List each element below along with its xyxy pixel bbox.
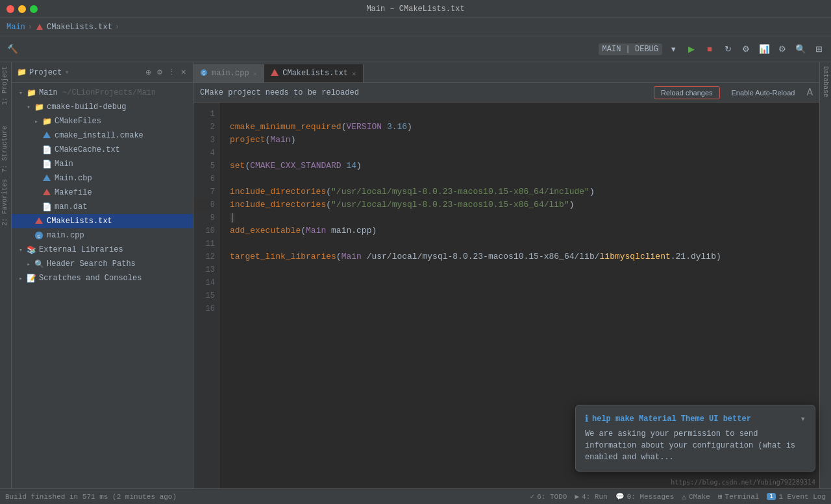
tab-bar: C main.cpp ✕ CMakeLists.txt ✕ — [193, 62, 819, 83]
tree-item-main-exe[interactable]: ▸ 📄 Main — [12, 157, 193, 171]
cmakecache-icon: 📄 — [42, 145, 52, 155]
maximize-btn[interactable] — [30, 5, 38, 13]
cmakefiles-folder-icon: 📁 — [42, 116, 52, 126]
toolbar-left: 🔨 — [5, 42, 19, 56]
status-todo[interactable]: ✓ 6: TODO — [530, 492, 567, 501]
cmakelists-icon — [34, 216, 44, 226]
close-cmakelists-tab[interactable]: ✕ — [352, 69, 356, 78]
cmake-tab-icon — [271, 69, 279, 78]
sidebar: 📁 Project ▾ ⊕ ⚙ ⋮ ✕ ▾ 📁 Main ~/CLionProj… — [12, 62, 193, 488]
dat-icon: 📄 — [42, 202, 52, 212]
search-everywhere-icon[interactable]: 🔍 — [793, 42, 808, 56]
tree-item-makefile[interactable]: ▸ Makefile — [12, 186, 193, 200]
tree-item-external-libraries[interactable]: ▾ 📚 External Libraries — [12, 243, 193, 257]
cbp-icon — [42, 173, 52, 184]
tree-item-main[interactable]: ▾ 📁 Main ~/CLionProjects/Main — [12, 86, 193, 100]
reload-changes-button[interactable]: Reload changes — [654, 86, 720, 99]
popup-close-btn[interactable]: ▾ — [800, 413, 806, 424]
left-side-strip: 1: Project 7: Structure 2: Favorites — [0, 62, 12, 488]
info-icon: ℹ — [585, 413, 588, 424]
tree-item-header-search-paths[interactable]: ▸ 🔍 Header Search Paths — [12, 257, 193, 271]
tree-item-cmakecache[interactable]: ▸ 📄 CMakeCache.txt — [12, 143, 193, 157]
svg-marker-0 — [36, 24, 43, 30]
settings-btn[interactable]: ⚙ — [155, 67, 164, 78]
hammer-icon[interactable]: 🔨 — [5, 42, 19, 56]
popup-body: We are asking your permission to send in… — [585, 428, 806, 463]
watermark: https://blog.csdn.net/Yubing792289314 — [671, 479, 815, 486]
status-messages[interactable]: 💬 0: Messages — [615, 492, 675, 501]
status-build: Build finished in 571 ms (2 minutes ago) — [5, 493, 177, 501]
sidebar-actions: ⊕ ⚙ ⋮ ✕ — [144, 67, 188, 78]
config-dropdown-btn[interactable]: ▾ — [666, 42, 680, 56]
file-tree: ▾ 📁 Main ~/CLionProjects/Main ▾ 📁 cmake-… — [12, 83, 193, 488]
notification-text: CMake project needs to be reloaded — [200, 88, 649, 97]
svg-text:C: C — [203, 71, 205, 76]
exe-icon: 📄 — [42, 159, 52, 169]
tree-item-scratches[interactable]: ▸ 📝 Scratches and Consoles — [12, 271, 193, 285]
enable-auto-reload-button[interactable]: Enable Auto-Reload — [725, 87, 802, 99]
cmake-build-folder-icon: 📁 — [34, 102, 44, 112]
profiler-icon[interactable]: 📊 — [757, 42, 771, 56]
minimize-btn[interactable] — [18, 5, 26, 13]
breadcrumb-item-file[interactable]: CMakeLists.txt — [47, 23, 112, 32]
svg-marker-9 — [271, 69, 279, 76]
tree-item-cmake-build-debug[interactable]: ▾ 📁 cmake-build-debug — [12, 100, 193, 114]
database-tab[interactable]: Database — [821, 62, 830, 101]
build-status-text: Build finished in 571 ms (2 minutes ago) — [5, 493, 177, 501]
titlebar: Main – CMakeLists.txt — [0, 0, 831, 18]
traffic-lights — [6, 5, 38, 13]
tab-cmakelists[interactable]: CMakeLists.txt ✕ — [264, 64, 363, 82]
sidebar-header: 📁 Project ▾ ⊕ ⚙ ⋮ ✕ — [12, 62, 193, 83]
tree-item-man-dat[interactable]: ▸ 📄 man.dat — [12, 200, 193, 214]
tree-item-cmakelists[interactable]: ▸ CMakeLists.txt — [12, 214, 193, 228]
svg-marker-3 — [43, 189, 51, 195]
cmake-status-icon: △ — [682, 492, 686, 501]
svg-text:C: C — [38, 234, 41, 239]
material-theme-popup: ℹ help make Material Theme UI better ▾ W… — [575, 405, 815, 472]
tree-item-main-cbp[interactable]: ▸ Main.cbp — [12, 171, 193, 186]
stop-button[interactable]: ■ — [702, 42, 717, 56]
reload-icon[interactable]: ↻ — [721, 42, 735, 56]
tree-item-cmakefiles[interactable]: ▸ 📁 CMakeFiles — [12, 114, 193, 128]
ai-icon[interactable]: A — [806, 87, 813, 99]
event-log-badge: 1 — [767, 493, 776, 500]
sidebar-title: 📁 Project ▾ — [17, 67, 69, 77]
status-right: ✓ 6: TODO ▶ 4: Run 💬 0: Messages △ CMake… — [530, 492, 826, 501]
run-button[interactable]: ▶ — [684, 42, 699, 56]
close-sidebar-btn[interactable]: ✕ — [179, 67, 188, 78]
close-btn[interactable] — [6, 5, 14, 13]
status-terminal[interactable]: ⊞ Terminal — [718, 492, 759, 501]
cpp-icon: C — [34, 230, 44, 241]
favorites-tab[interactable]: 2: Favorites — [0, 176, 11, 228]
build-icon[interactable]: ⚙ — [739, 42, 753, 56]
popup-title: help make Material Theme UI better — [592, 414, 751, 424]
checkmark-icon: ✓ — [530, 492, 535, 501]
terminal-icon[interactable]: ⊞ — [812, 42, 826, 56]
run-config-label: MAIN | DEBUG — [599, 43, 662, 55]
window-title: Main – CMakeLists.txt — [366, 5, 464, 14]
breadcrumb: Main › CMakeLists.txt › — [0, 18, 831, 36]
status-run[interactable]: ▶ 4: Run — [575, 492, 607, 501]
status-event-log[interactable]: 1 1 Event Log — [767, 493, 826, 501]
toolbar-right: MAIN | DEBUG ▾ ▶ ■ ↻ ⚙ 📊 ⚙ 🔍 ⊞ — [599, 42, 826, 56]
toolbar: 🔨 MAIN | DEBUG ▾ ▶ ■ ↻ ⚙ 📊 ⚙ 🔍 ⊞ — [0, 36, 831, 62]
tree-item-main-cpp[interactable]: ▸ C main.cpp — [12, 228, 193, 243]
close-main-cpp-tab[interactable]: ✕ — [253, 69, 258, 78]
terminal-status-icon: ⊞ — [718, 492, 723, 501]
line-numbers: 1 2 3 4 5 6 7 8 9 10 11 12 13 14 15 16 — [193, 102, 219, 488]
status-cmake[interactable]: △ CMake — [682, 492, 710, 501]
breadcrumb-item-main[interactable]: Main — [6, 23, 25, 32]
settings-icon[interactable]: ⚙ — [775, 42, 789, 56]
structure-tab[interactable]: 7: Structure — [0, 122, 11, 176]
breadcrumb-arrow: › — [115, 23, 119, 32]
project-tab[interactable]: 1: Project — [0, 62, 11, 109]
tree-item-cmake-install[interactable]: ▸ cmake_install.cmake — [12, 128, 193, 143]
status-bar: Build finished in 571 ms (2 minutes ago)… — [0, 488, 831, 504]
makefile-icon — [42, 187, 52, 198]
external-lib-icon: 📚 — [26, 245, 36, 255]
svg-marker-1 — [43, 132, 51, 138]
notification-bar: CMake project needs to be reloaded Reloa… — [193, 83, 819, 102]
locate-file-btn[interactable]: ⊕ — [144, 67, 153, 78]
more-btn[interactable]: ⋮ — [167, 67, 177, 78]
tab-main-cpp[interactable]: C main.cpp ✕ — [193, 64, 264, 82]
